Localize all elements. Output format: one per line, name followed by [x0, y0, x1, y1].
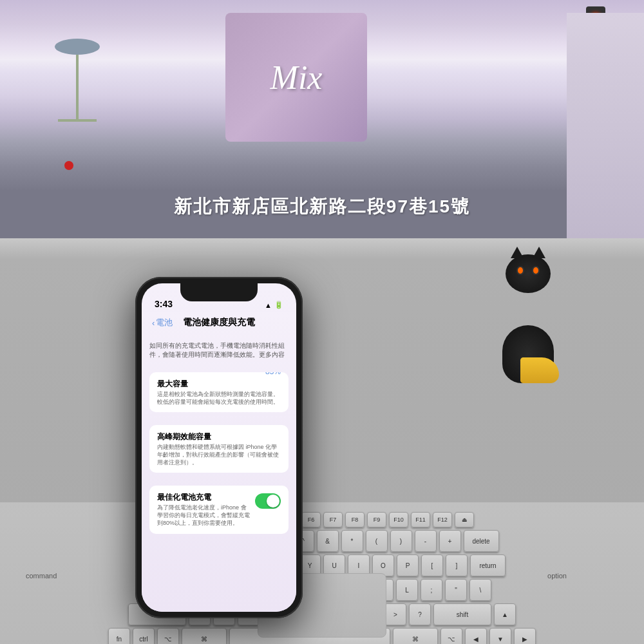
- max-capacity-row: 85% 最大容量 這是相較於電池為全新狀態時測量的電池容量。較低的容量可能會縮短…: [149, 372, 289, 412]
- key-slash[interactable]: ?: [409, 603, 431, 625]
- max-capacity-label: 最大容量: [157, 379, 281, 390]
- key-semicolon[interactable]: ;: [421, 579, 442, 601]
- stool-base: [58, 119, 97, 122]
- key-backslash[interactable]: \: [469, 579, 491, 601]
- optimized-charging-desc: 為了降低電池老化速度，iPhone 會學習你的每日充電模式，會暫緩充電到80%以…: [157, 504, 250, 527]
- key-arrow-left[interactable]: ◀: [465, 628, 487, 644]
- number-key-row: ~ ! @ # $ % ^ & * ( ) - + delete: [13, 530, 631, 552]
- key-period[interactable]: >: [384, 603, 406, 625]
- red-pin-decoration: [64, 161, 73, 170]
- key-bracket-right[interactable]: ]: [446, 554, 468, 576]
- key-ctrl[interactable]: ctrl: [133, 628, 155, 644]
- key-return[interactable]: return: [470, 554, 506, 576]
- key-command-left[interactable]: ⌘: [182, 628, 227, 644]
- fn-key-row: esc F1 F2 F3 F4 F5 F6 F7 F8 F9 F10 F11 F…: [13, 512, 631, 527]
- key-f6[interactable]: F6: [301, 512, 321, 527]
- back-button[interactable]: ‹ 電池: [152, 317, 173, 328]
- key-9[interactable]: (: [366, 530, 388, 552]
- iphone-device: 3:43 ▲ 🔋 ‹ 電池 電池健康度與充電 如同所有的充電式電池，手機電池隨時…: [135, 277, 303, 618]
- key-0[interactable]: ): [390, 530, 412, 552]
- key-option-right[interactable]: ⌥: [440, 628, 462, 644]
- mix-logo-text: Mix: [270, 59, 323, 97]
- key-arrow-right[interactable]: ▶: [514, 628, 536, 644]
- max-capacity-desc: 這是相較於電池為全新狀態時測量的電池容量。較低的容量可能會縮短每次充電後的使用時…: [157, 391, 281, 406]
- key-delete[interactable]: delete: [464, 530, 499, 552]
- bar-stool-left: [52, 39, 103, 142]
- key-shift-right[interactable]: shift: [433, 603, 491, 625]
- key-command-right[interactable]: ⌘: [393, 628, 438, 644]
- key-8[interactable]: *: [341, 530, 363, 552]
- stool-seat: [55, 39, 100, 55]
- max-capacity-section: 85% 最大容量 這是相較於電池為全新狀態時測量的電池容量。較低的容量可能會縮短…: [142, 367, 296, 420]
- peak-performance-section: 高峰期效能容量 內建動態軟體和硬體系統可根據因 iPhone 化學年齡增加，對執…: [142, 420, 296, 480]
- optimized-charging-toggle[interactable]: [255, 493, 281, 509]
- key-7[interactable]: &: [317, 530, 339, 552]
- cat-figurine: [489, 267, 567, 364]
- cat-head: [506, 254, 551, 293]
- key-quote[interactable]: ": [445, 579, 467, 601]
- toggle-thumb: [267, 495, 279, 507]
- status-time: 3:43: [155, 299, 173, 309]
- cat-body: [502, 325, 554, 383]
- intro-text: 如同所有的充電式電池，手機電池隨時消耗性組件，會隨著使用時間而逐漸降低效能。更多…: [149, 339, 289, 365]
- key-option-left[interactable]: ⌥: [157, 628, 179, 644]
- cat-eye-left: [516, 266, 524, 275]
- key-bracket-left[interactable]: [: [421, 554, 443, 576]
- iphone-screen: 3:43 ▲ 🔋 ‹ 電池 電池健康度與充電 如同所有的充電式電池，手機電池隨時…: [142, 283, 296, 612]
- optimized-charging-row: 最佳化電池充電 為了降低電池老化速度，iPhone 會學習你的每日充電模式，會暫…: [149, 486, 289, 533]
- macbook-screen-content: Mix 新北市新店區北新路二段97巷15號: [0, 0, 644, 238]
- optimized-charging-card: 最佳化電池充電 為了降低電池老化速度，iPhone 會學習你的每日充電模式，會暫…: [149, 486, 289, 533]
- optimized-charging-section: 最佳化電池充電 為了降低電池老化速度，iPhone 會學習你的每日充電模式，會暫…: [142, 480, 296, 541]
- peak-performance-desc: 內建動態軟體和硬體系統可根據因 iPhone 化學年齡增加，對執行效能產生的影響…: [157, 444, 281, 466]
- back-label: 電池: [156, 317, 173, 328]
- store-address: 新北市新店區北新路二段97巷15號: [52, 194, 592, 219]
- cat-basket: [520, 357, 559, 383]
- key-minus[interactable]: -: [415, 530, 437, 552]
- optimized-charging-text: 最佳化電池充電 為了降低電池老化速度，iPhone 會學習你的每日充電模式，會暫…: [157, 492, 250, 527]
- stool-leg: [76, 55, 79, 119]
- key-f12[interactable]: F12: [433, 512, 452, 527]
- peak-performance-label: 高峰期效能容量: [157, 431, 281, 442]
- settings-content[interactable]: ‹ 電池 電池健康度與充電 如同所有的充電式電池，手機電池隨時消耗性組件，會隨著…: [142, 312, 296, 612]
- navigation-bar: ‹ 電池 電池健康度與充電: [142, 312, 296, 334]
- intro-section: 如同所有的充電式電池，手機電池隨時消耗性組件，會隨著使用時間而逐漸降低效能。更多…: [142, 334, 296, 367]
- status-icons: ▲ 🔋: [265, 301, 283, 309]
- cat-ear-right: [533, 247, 545, 258]
- key-f9[interactable]: F9: [367, 512, 386, 527]
- back-chevron-icon: ‹: [152, 318, 155, 328]
- key-power[interactable]: ⏏: [455, 512, 474, 527]
- key-l[interactable]: L: [396, 579, 418, 601]
- command-label-left: command: [26, 572, 57, 580]
- battery-icon: 🔋: [274, 301, 283, 309]
- key-f10[interactable]: F10: [389, 512, 408, 527]
- key-f7[interactable]: F7: [323, 512, 343, 527]
- wifi-icon: ▲: [265, 301, 272, 309]
- key-arrow-up[interactable]: ▲: [494, 603, 516, 625]
- mix-logo-box: Mix: [225, 13, 367, 142]
- peak-performance-row: 高峰期效能容量 內建動態軟體和硬體系統可根據因 iPhone 化學年齡增加，對執…: [149, 425, 289, 473]
- key-arrow-down[interactable]: ▼: [489, 628, 511, 644]
- peak-performance-card: 高峰期效能容量 內建動態軟體和硬體系統可根據因 iPhone 化學年齡增加，對執…: [149, 425, 289, 473]
- iphone-notch: [180, 283, 258, 301]
- key-f11[interactable]: F11: [411, 512, 430, 527]
- optimized-charging-label: 最佳化電池充電: [157, 492, 250, 503]
- intro-text-content: 如同所有的充電式電池，手機電池隨時消耗性組件，會隨著使用時間而逐漸降低效能。更多…: [149, 342, 285, 358]
- key-p[interactable]: P: [397, 554, 419, 576]
- key-fn[interactable]: fn: [108, 628, 130, 644]
- page-title: 電池健康度與充電: [183, 317, 255, 328]
- keyboard-area: esc F1 F2 F3 F4 F5 F6 F7 F8 F9 F10 F11 F…: [0, 502, 644, 644]
- option-label: option: [547, 572, 567, 580]
- max-capacity-value: 85%: [265, 372, 281, 376]
- cat-eye-right: [532, 266, 540, 275]
- max-capacity-card: 85% 最大容量 這是相較於電池為全新狀態時測量的電池容量。較低的容量可能會縮短…: [149, 372, 289, 412]
- key-f8[interactable]: F8: [345, 512, 365, 527]
- key-equals[interactable]: +: [439, 530, 461, 552]
- cat-ear-left: [511, 247, 524, 258]
